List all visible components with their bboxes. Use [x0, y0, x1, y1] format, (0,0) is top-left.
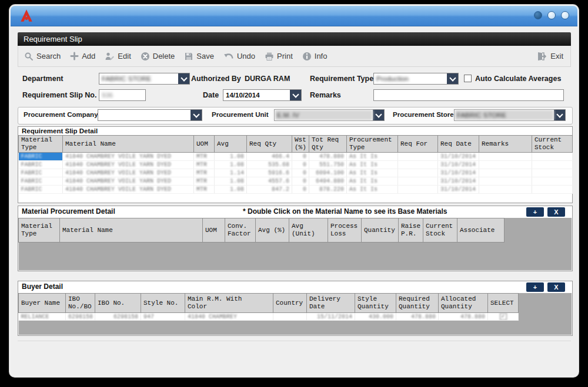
- column-header[interactable]: Material Name: [63, 136, 194, 153]
- column-header[interactable]: Avg (Unit): [289, 218, 328, 243]
- table-cell[interactable]: As It Is: [347, 161, 398, 169]
- column-header[interactable]: Raise P.R.: [399, 218, 423, 243]
- table-cell[interactable]: 5916.6: [247, 169, 292, 177]
- table-cell[interactable]: 41840 CHAMBREY VOILE YARN DYED: [63, 161, 194, 169]
- edit-button[interactable]: Edit: [105, 52, 131, 61]
- table-cell[interactable]: 41840 CHAMBREY VOILE YARN DYED: [63, 186, 194, 194]
- chevron-down-icon[interactable]: [447, 73, 458, 84]
- table-cell[interactable]: FABRIC: [19, 161, 63, 169]
- table-row[interactable]: FABRIC41840 CHAMBREY VOILE YARN DYEDMTR1…: [19, 153, 573, 161]
- material-delete-button[interactable]: X: [547, 207, 565, 217]
- table-cell[interactable]: 466.4: [247, 153, 292, 161]
- search-button[interactable]: Search: [24, 52, 61, 61]
- slip-no-input[interactable]: 936: [99, 89, 146, 101]
- table-cell[interactable]: 6298158: [95, 313, 141, 321]
- table-cell[interactable]: FABRIC: [19, 177, 63, 186]
- table-cell[interactable]: [479, 161, 532, 169]
- column-header[interactable]: UOM: [203, 218, 225, 243]
- column-header[interactable]: SELECT: [488, 294, 519, 313]
- table-cell[interactable]: 1.14: [215, 169, 247, 177]
- table-cell[interactable]: MTR: [194, 153, 215, 161]
- table-cell[interactable]: 478.880: [396, 313, 439, 321]
- table-cell[interactable]: 0: [292, 177, 309, 186]
- column-header[interactable]: Conv. Factor: [225, 218, 256, 243]
- table-cell[interactable]: [532, 153, 573, 161]
- requirement-type-dropdown[interactable]: Production: [373, 73, 459, 85]
- column-header[interactable]: Tot Req Qty: [309, 136, 347, 153]
- table-cell[interactable]: [532, 161, 573, 169]
- delete-button[interactable]: Delete: [141, 52, 175, 61]
- table-row[interactable]: FABRIC41840 CHAMBREY VOILE YARN DYEDMTR1…: [19, 177, 573, 186]
- table-cell[interactable]: As It Is: [347, 186, 398, 194]
- table-cell[interactable]: 0: [292, 161, 309, 169]
- column-header[interactable]: Main R.M. With Color: [185, 294, 273, 313]
- column-header[interactable]: Country: [273, 294, 307, 313]
- table-cell[interactable]: RELIANCE: [19, 313, 66, 321]
- column-header[interactable]: Material Type: [19, 218, 60, 243]
- table-cell[interactable]: 31/10/2014: [438, 169, 479, 177]
- column-header[interactable]: Req Date: [438, 136, 479, 153]
- table-row[interactable]: FABRIC41840 CHAMBREY VOILE YARN DYEDMTR1…: [19, 161, 573, 169]
- table-cell[interactable]: [398, 177, 438, 186]
- close-button[interactable]: [561, 11, 569, 19]
- column-header[interactable]: Avg: [215, 136, 247, 153]
- table-cell[interactable]: 430.000: [355, 313, 396, 321]
- table-cell[interactable]: 535.68: [247, 161, 292, 169]
- column-header[interactable]: IBO No.: [95, 294, 141, 313]
- column-header[interactable]: Remarks: [479, 136, 532, 153]
- table-cell[interactable]: 1.08: [215, 177, 247, 186]
- table-cell[interactable]: 31/10/2014: [438, 153, 479, 161]
- table-cell[interactable]: [398, 161, 438, 169]
- exit-button[interactable]: Exit: [536, 51, 563, 62]
- procurement-store-dropdown[interactable]: FABRIC STORE: [454, 109, 566, 121]
- column-header[interactable]: Procurement Type: [347, 136, 398, 153]
- print-button[interactable]: Print: [265, 52, 293, 61]
- column-header[interactable]: Style No.: [141, 294, 185, 313]
- chevron-down-icon[interactable]: [191, 110, 202, 120]
- minimize-button[interactable]: [534, 11, 542, 19]
- table-cell[interactable]: 551.750: [309, 161, 347, 169]
- select-checkbox[interactable]: ✓: [500, 313, 507, 320]
- table-cell[interactable]: [398, 169, 438, 177]
- info-button[interactable]: Info: [302, 52, 328, 61]
- column-header[interactable]: Material Type: [19, 136, 63, 153]
- table-cell[interactable]: 15/11/2014: [307, 313, 355, 321]
- column-header[interactable]: Associate: [457, 218, 505, 243]
- column-header[interactable]: Process Loss: [328, 218, 362, 243]
- table-cell[interactable]: [398, 186, 438, 194]
- table-cell[interactable]: 41840 CHAMBREY: [185, 313, 273, 321]
- procurement-unit-dropdown[interactable]: E.M. IV: [274, 109, 385, 121]
- procurement-company-dropdown[interactable]: [98, 109, 202, 121]
- column-header[interactable]: Current Stock: [423, 218, 457, 243]
- column-header[interactable]: Req Qty: [247, 136, 292, 153]
- table-cell[interactable]: 41840 CHAMBREY VOILE YARN DYED: [63, 177, 194, 186]
- table-cell[interactable]: FABRIC: [19, 186, 63, 194]
- table-cell[interactable]: [532, 177, 573, 186]
- table-cell[interactable]: MTR: [194, 169, 215, 177]
- save-button[interactable]: Save: [184, 52, 214, 61]
- buyer-add-button[interactable]: +: [526, 282, 544, 292]
- undo-button[interactable]: Undo: [223, 52, 255, 61]
- chevron-down-icon[interactable]: [290, 90, 301, 100]
- table-cell[interactable]: MTR: [194, 186, 215, 194]
- table-cell[interactable]: 31/10/2014: [438, 186, 479, 194]
- table-cell[interactable]: [532, 186, 573, 194]
- remarks-input[interactable]: [373, 89, 564, 101]
- column-header[interactable]: UOM: [194, 136, 215, 153]
- table-cell[interactable]: 1.08: [215, 186, 247, 194]
- table-cell[interactable]: As It Is: [347, 153, 398, 161]
- table-cell[interactable]: 0: [292, 169, 309, 177]
- chevron-down-icon[interactable]: [554, 110, 565, 120]
- column-header[interactable]: Style Quantity: [355, 294, 396, 313]
- material-add-button[interactable]: +: [526, 207, 544, 217]
- table-cell[interactable]: 1.08: [215, 161, 247, 169]
- department-dropdown[interactable]: FABRIC STORE: [99, 73, 190, 85]
- table-cell[interactable]: As It Is: [347, 177, 398, 186]
- table-cell[interactable]: MTR: [194, 161, 215, 169]
- column-header[interactable]: IBO No./BO: [66, 294, 95, 313]
- titlebar[interactable]: [11, 6, 577, 26]
- table-cell[interactable]: 847.2: [247, 186, 292, 194]
- table-cell[interactable]: 0: [292, 186, 309, 194]
- table-cell[interactable]: FABRIC: [19, 153, 63, 161]
- column-header[interactable]: Quantity: [362, 218, 399, 243]
